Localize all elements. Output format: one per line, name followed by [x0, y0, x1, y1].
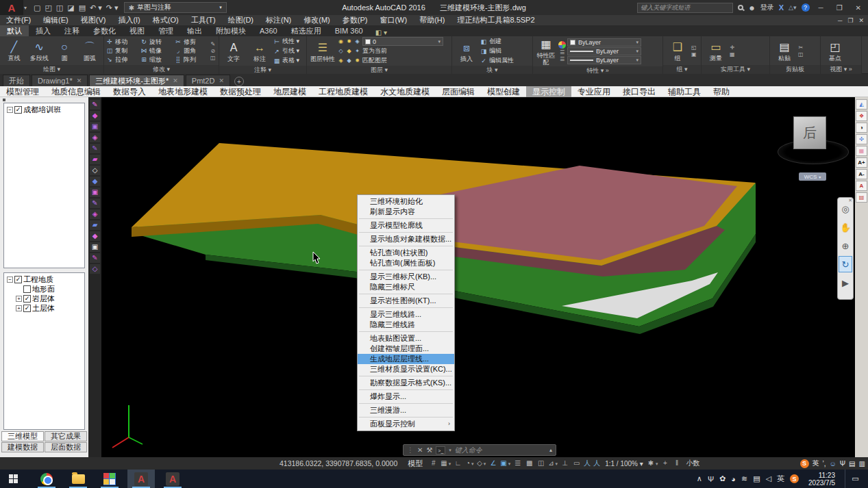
tray-display-icon[interactable]: ▤ [753, 474, 760, 483]
draw-tool-8-icon[interactable]: ◆ [90, 177, 100, 186]
isolate-objects-icon[interactable]: ‖ [671, 457, 682, 470]
draw-tool-6-icon[interactable]: ▰ [90, 155, 100, 164]
base-point-button[interactable]: ◰ 基点 [823, 40, 847, 62]
ime-emoji-icon[interactable]: ☺ [830, 460, 836, 467]
plugin-menu-item[interactable]: 工程地质建模 [312, 86, 374, 97]
color-wheel-icon[interactable] [558, 41, 566, 49]
render-image-icon[interactable]: ◭ [856, 99, 867, 110]
draw-tool-13-icon[interactable]: ◆ [90, 231, 100, 241]
file-tab-close-icon[interactable]: ✕ [219, 76, 224, 86]
layer-off-icon[interactable]: ◆ [346, 48, 352, 54]
new-drawing-tab-button[interactable]: + [234, 77, 244, 86]
restore-button[interactable]: ❐ [832, 4, 847, 12]
menu-item[interactable]: 勘察数据显示格式(KS)... [358, 378, 454, 388]
menu-item[interactable]: 地表贴图设置... [358, 333, 454, 344]
save-as-icon[interactable]: ◪ [67, 3, 74, 12]
draw-tool-7-icon[interactable]: ◇ [90, 166, 100, 175]
layer-unlock-icon[interactable]: ◆ [346, 57, 352, 64]
match-properties-button[interactable]: ▦ 特性匹配 [535, 37, 557, 66]
menubar-item[interactable]: 绘图(D) [222, 15, 260, 25]
tree-expander[interactable]: − [7, 107, 13, 113]
panel-tab[interactable]: 三维模型 [1, 431, 44, 441]
ribbon-rotate-button[interactable]: ↻旋转 [140, 38, 175, 47]
insert-block-button[interactable]: ⧈ 插入 [454, 40, 479, 62]
annotation-scale-button[interactable]: 1:1 / 100% ▾ [602, 460, 647, 467]
menu-item[interactable]: 隐藏三维线路 [358, 320, 454, 330]
ribbon-tab[interactable]: 默认 [0, 25, 29, 36]
search-input[interactable]: 键入关键字或短语 [637, 3, 733, 13]
new-file-icon[interactable]: ▢ [34, 3, 40, 12]
dynamic-ucs-icon[interactable]: ⊥ [559, 457, 571, 470]
menu-item[interactable]: 刷新显示内容 [358, 207, 454, 217]
dimension-button[interactable]: ↔ 标注 [247, 40, 272, 62]
contrast-icon[interactable]: ◑ [856, 123, 867, 133]
linetype-icon[interactable]: ☰ [560, 49, 565, 55]
plugin-menu-item[interactable]: 数据导入 [107, 86, 152, 97]
clipboard-panel-label[interactable]: 剪贴板 [770, 65, 820, 74]
units-precision-button[interactable]: 小数 [682, 459, 703, 468]
draw-tool-10-icon[interactable]: ✎ [90, 198, 100, 208]
property-dropdown-2[interactable]: ByLayer▾ [567, 47, 641, 55]
panel-tab[interactable]: 其它成果 [45, 431, 87, 441]
ribbon-table-button[interactable]: ▦表格 ▾ [273, 56, 299, 65]
ribbon-move-button[interactable]: ✛移动 [106, 38, 140, 47]
plugin-menu-item[interactable]: 专业应用 [571, 86, 617, 97]
plugin-menu-item[interactable]: 辅助工具 [662, 86, 707, 97]
taskbar-geology-app-button[interactable] [96, 470, 123, 488]
menu-item[interactable]: 显示岩性图例(KT)... [358, 296, 454, 306]
taskbar-autocad-2-button[interactable]: A [159, 470, 186, 488]
plugin-menu-item[interactable]: 地表地形建模 [152, 86, 214, 97]
color-palette-icon[interactable]: ❖ [856, 111, 867, 121]
a360-icon[interactable]: △▾ [789, 4, 796, 11]
plugin-menu-item[interactable]: 显示控制 [526, 86, 571, 97]
ribbon-stretch-button[interactable]: ↘拉伸 [106, 55, 140, 64]
wcs-dropdown[interactable]: WCS▾ [799, 172, 826, 181]
ribbon-tab[interactable]: 输出 [180, 25, 209, 36]
file-tab[interactable]: Pmt2D✕ [186, 75, 230, 86]
property-dropdown-1[interactable]: ByLayer▾ [567, 38, 641, 47]
draw-tool-9-icon[interactable]: ▣ [90, 188, 100, 197]
menubar-item[interactable]: 编辑(E) [37, 15, 75, 25]
annotation-visibility-icon[interactable]: 人 [582, 459, 592, 468]
open-file-icon[interactable]: ◰ [45, 3, 51, 12]
layer-select-dropdown[interactable]: 0 ▾ [362, 37, 443, 46]
menubar-item[interactable]: 插入(I) [112, 15, 146, 25]
tray-sogou-icon[interactable]: S [790, 474, 799, 483]
tree-node[interactable]: 地形面 [4, 284, 84, 294]
hatch-icon[interactable]: ▦ [856, 146, 867, 156]
plugin-menu-item[interactable]: 地质信息编辑 [45, 86, 107, 97]
command-history-icon[interactable]: ▴ [549, 447, 552, 453]
tray-expand-icon[interactable]: ∧ [697, 474, 702, 483]
sogou-icon[interactable]: S [800, 459, 809, 468]
ribbon-trim-button[interactable]: ✂修剪 [175, 38, 209, 47]
redo-icon[interactable]: ↷ ▾ [106, 3, 119, 12]
menubar-item[interactable]: 帮助(H) [413, 15, 451, 25]
draw-tool-16-icon[interactable]: ◇ [90, 264, 100, 274]
ime-toolbox-icon[interactable]: ▥ [859, 460, 865, 467]
draw-tool-4-icon[interactable]: ◈ [90, 133, 100, 142]
menubar-item[interactable]: 窗口(W) [373, 15, 413, 25]
ribbon-create-button[interactable]: ◧创建 [480, 37, 514, 46]
doc-export-icon[interactable]: ▤ [856, 192, 867, 203]
file-tab[interactable]: Drawing1*✕ [32, 75, 88, 86]
tray-mic-icon[interactable]: Ψ [708, 475, 714, 483]
dock-close-icon[interactable]: ✕ [417, 446, 423, 454]
start-button[interactable] [0, 470, 26, 488]
plugin-menu-item[interactable]: 帮助 [707, 86, 736, 97]
close-button[interactable]: ✕ [852, 4, 865, 12]
ribbon-arc-button[interactable]: ⌒圆弧 [77, 40, 101, 62]
transparency-icon[interactable]: ▩ [523, 457, 535, 470]
annotation-autoscale-icon[interactable]: 人 [592, 459, 602, 468]
plugin-menu-item[interactable]: 模型创建 [481, 86, 526, 97]
ribbon-edit-button[interactable]: ◨编辑 [480, 47, 514, 55]
undo-icon[interactable]: ↶ ▾ [90, 3, 102, 12]
cut-icon[interactable]: ✂ [798, 44, 803, 51]
menu-item[interactable]: 生成地层层理线... [358, 354, 454, 364]
save-icon[interactable]: ◫ [56, 3, 63, 12]
layer-walk-icon[interactable]: ✦ [354, 48, 360, 54]
workspace-switcher[interactable]: ✱ 草图与注释 ▾ [124, 2, 227, 13]
copy-clip-icon[interactable]: ◫ [798, 51, 804, 57]
layer-merge-icon[interactable]: ✹ [354, 57, 360, 64]
menubar-item[interactable]: 修改(M) [297, 15, 336, 25]
ribbon-tab[interactable]: 视图 [123, 25, 151, 36]
